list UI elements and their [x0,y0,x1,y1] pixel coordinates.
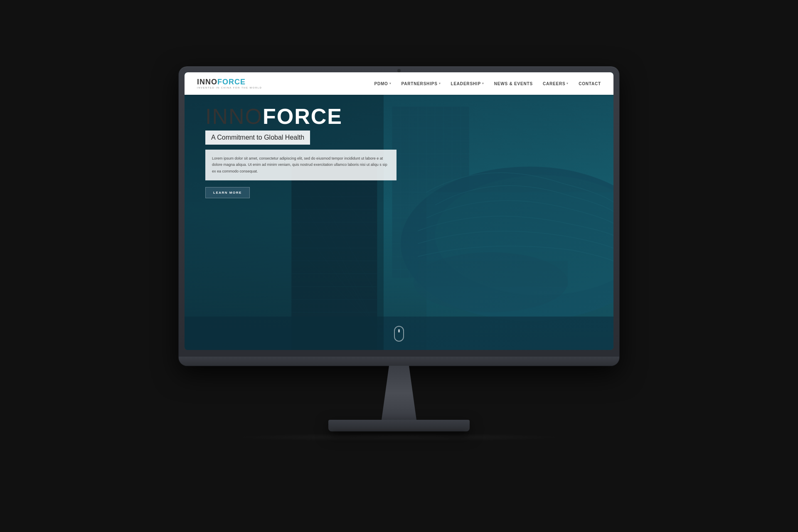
stand-neck [374,366,424,420]
careers-chevron-icon: ▾ [566,82,569,85]
hero-subtitle-box: A Commitment to Global Health [205,131,310,145]
logo-tagline: INVENTED IN CHINA FOR THE WORLD [197,86,262,89]
learn-more-button[interactable]: LEARN MORE [205,187,250,198]
hero-subtitle: A Commitment to Global Health [211,134,304,141]
stand-base [328,420,470,431]
nav-item-news-events[interactable]: NEWS & EVENTS [494,81,533,86]
logo-inno: INNO [197,78,217,86]
logo-text: INNOFORCE [197,78,262,86]
hero-description-box: Lorem ipsum dolor sit amet, consectetur … [205,150,397,180]
nav-item-partnerships[interactable]: PARTNERSHIPS ▾ [401,81,441,86]
monitor-chin [179,357,619,366]
scroll-dot [398,329,400,332]
monitor-shadow [233,433,565,441]
navbar: INNOFORCE INVENTED IN CHINA FOR THE WORL… [185,72,613,95]
hero-title: INNOFORCE [205,106,397,127]
nav-item-contact[interactable]: CONTACT [579,81,601,86]
hero-content: INNOFORCE A Commitment to Global Health … [205,106,397,198]
monitor-outer: INNOFORCE INVENTED IN CHINA FOR THE WORL… [179,66,619,366]
scroll-indicator [394,326,404,342]
partnerships-chevron-icon: ▾ [439,82,441,85]
monitor: INNOFORCE INVENTED IN CHINA FOR THE WORL… [179,66,619,366]
monitor-bezel: INNOFORCE INVENTED IN CHINA FOR THE WORL… [185,72,613,350]
scene: INNOFORCE INVENTED IN CHINA FOR THE WORL… [179,66,619,466]
screen: INNOFORCE INVENTED IN CHINA FOR THE WORL… [185,72,613,350]
logo-force: FORCE [217,78,246,86]
nav-item-leadership[interactable]: LEADERSHIP ▾ [451,81,484,86]
leadership-chevron-icon: ▾ [482,82,484,85]
hero-title-bold: FORCE [263,104,342,128]
nav-item-pdmo[interactable]: PDMO ▾ [374,81,391,86]
nav-item-careers[interactable]: CAREERS ▾ [543,81,569,86]
hero-description: Lorem ipsum dolor sit amet, consectetur … [212,155,390,175]
nav-links: PDMO ▾ PARTNERSHIPS ▾ LEADERSHIP ▾ [374,81,601,86]
logo[interactable]: INNOFORCE INVENTED IN CHINA FOR THE WORL… [197,78,262,89]
hero-title-light: INNO [205,104,263,128]
camera-dot [397,69,401,72]
pdmo-chevron-icon: ▾ [389,82,392,85]
